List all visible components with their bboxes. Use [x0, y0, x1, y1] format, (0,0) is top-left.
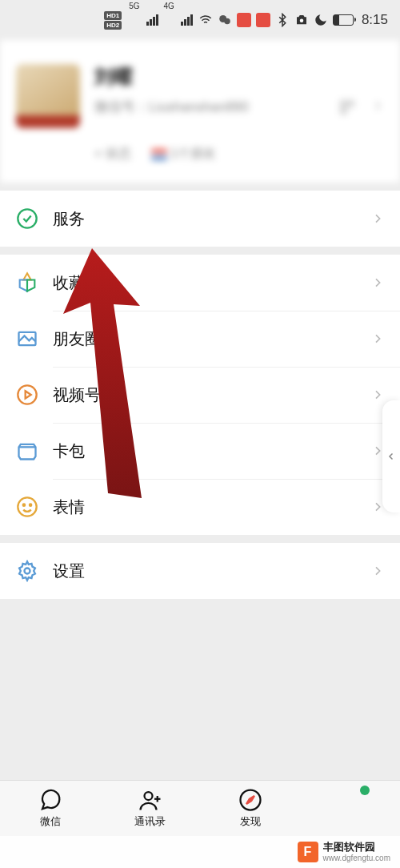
chevron-left-icon — [386, 452, 396, 461]
qr-code-icon[interactable] — [339, 99, 355, 115]
svg-marker-9 — [26, 391, 31, 398]
notification-dot — [360, 786, 370, 795]
signal-icon-2 — [180, 14, 193, 26]
nav-label: 微信 — [40, 814, 61, 829]
chevron-right-icon — [371, 99, 384, 112]
watermark-title: 丰图软件园 — [323, 842, 391, 854]
svg-point-14 — [25, 569, 30, 574]
camera-icon — [294, 13, 309, 27]
bottom-nav: 微信 通讯录 发现 — [0, 780, 400, 836]
chevron-right-icon — [371, 276, 384, 289]
wechat-id: 微信号：Liushanshan890 — [94, 98, 249, 116]
status-pill[interactable]: + 状态 — [94, 146, 131, 163]
nav-me[interactable] — [300, 781, 400, 836]
menu-label: 设置 — [53, 561, 371, 582]
services-icon — [16, 207, 38, 230]
nav-chats[interactable]: 微信 — [0, 781, 100, 836]
menu-group-services: 服务 — [0, 191, 400, 247]
settings-icon — [16, 560, 38, 582]
menu-item-favorites[interactable]: 收藏 — [0, 255, 400, 311]
menu-item-services[interactable]: 服务 — [0, 191, 400, 247]
menu-label: 卡包 — [53, 440, 371, 462]
clock: 8:15 — [362, 12, 388, 28]
app-indicator-icon — [237, 13, 251, 27]
chat-icon — [38, 788, 62, 812]
battery-icon — [333, 14, 354, 26]
watermark: F 丰图软件园 www.dgfengtu.com — [0, 836, 400, 868]
moon-icon — [314, 13, 328, 27]
avatar[interactable] — [16, 64, 80, 128]
chevron-right-icon — [371, 565, 384, 577]
profile-name: 刘曜 — [94, 64, 384, 90]
hd-indicators: HD1 HD2 — [104, 11, 122, 30]
nav-contacts[interactable]: 通讯录 — [100, 781, 200, 836]
menu-label: 视频号 — [53, 384, 371, 406]
svg-point-1 — [224, 18, 230, 25]
status-bar: HD1 HD2 5G 4G 8:15 — [0, 0, 400, 40]
svg-rect-4 — [349, 101, 354, 106]
menu-group-main: 收藏 朋友圈 视频号 卡包 表情 — [0, 255, 400, 535]
svg-point-8 — [18, 385, 36, 404]
cards-icon — [16, 440, 38, 462]
channels-icon — [16, 384, 38, 406]
svg-point-13 — [30, 504, 31, 506]
menu-label: 表情 — [53, 496, 371, 518]
contacts-icon — [138, 788, 162, 812]
moments-icon — [16, 328, 38, 350]
svg-marker-20 — [246, 796, 254, 804]
nav-label: 发现 — [240, 814, 261, 829]
menu-label: 收藏 — [53, 272, 371, 294]
region-indicator[interactable]: 1个朋友 — [151, 146, 216, 163]
discover-icon — [238, 788, 262, 812]
menu-item-channels[interactable]: 视频号 — [0, 367, 400, 423]
chevron-right-icon — [371, 388, 384, 401]
menu-item-stickers[interactable]: 表情 — [0, 479, 400, 535]
menu-label: 朋友圈 — [53, 328, 371, 350]
svg-point-6 — [18, 209, 36, 227]
wifi-icon — [198, 13, 213, 27]
svg-point-12 — [23, 504, 25, 506]
watermark-logo: F — [298, 842, 318, 862]
profile-section[interactable]: 刘曜 微信号：Liushanshan890 + 状态 1个朋友 — [0, 40, 400, 183]
signal-icon — [146, 14, 158, 26]
nav-discover[interactable]: 发现 — [200, 781, 300, 836]
svg-point-16 — [144, 792, 152, 800]
favorites-icon — [16, 271, 38, 294]
menu-group-settings: 设置 — [0, 543, 400, 599]
svg-rect-3 — [342, 101, 346, 106]
bluetooth-icon — [275, 13, 290, 27]
network-4g-label: 4G — [164, 2, 174, 10]
chevron-right-icon — [371, 212, 384, 225]
menu-item-moments[interactable]: 朋友圈 — [0, 311, 400, 367]
svg-rect-5 — [342, 108, 346, 113]
nav-label: 通讯录 — [134, 814, 166, 829]
chevron-right-icon — [371, 332, 384, 345]
me-icon — [338, 795, 362, 819]
menu-item-settings[interactable]: 设置 — [0, 543, 400, 599]
side-quick-panel[interactable] — [382, 400, 400, 512]
menu-label: 服务 — [53, 208, 371, 230]
menu-item-cards[interactable]: 卡包 — [0, 423, 400, 479]
svg-point-2 — [300, 19, 304, 23]
svg-point-11 — [18, 497, 36, 516]
watermark-url: www.dgfengtu.com — [323, 854, 391, 863]
stickers-icon — [16, 496, 38, 518]
wechat-status-icon — [218, 13, 232, 27]
network-5g-label: 5G — [129, 2, 139, 10]
app-indicator-icon-2 — [256, 13, 270, 27]
